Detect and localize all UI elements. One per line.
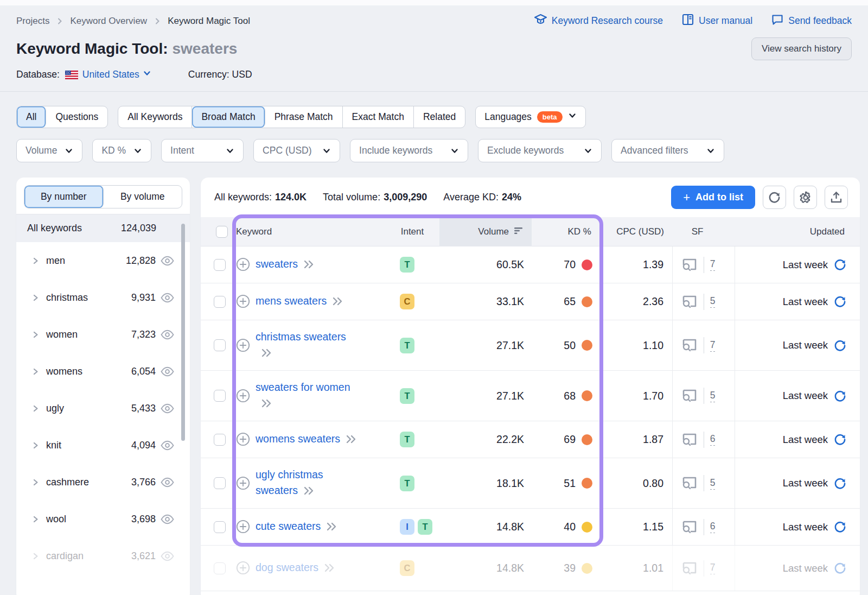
update-metrics-icon[interactable] — [833, 561, 847, 575]
sidebar-tab-by-number[interactable]: By number — [24, 186, 104, 208]
serp-features-icon[interactable] — [681, 433, 698, 447]
open-keyword-icon[interactable] — [323, 561, 336, 577]
chevron-right-icon[interactable] — [31, 404, 40, 413]
user-manual-link[interactable]: User manual — [681, 13, 752, 29]
sf-value[interactable]: 7 — [710, 339, 716, 352]
refresh-icon[interactable] — [833, 561, 847, 575]
export-button[interactable] — [825, 186, 848, 209]
tab-all-keywords[interactable]: All Keywords — [118, 106, 192, 128]
serp-preview-icon[interactable] — [681, 338, 698, 352]
filter-include-keywords[interactable]: Include keywords — [350, 139, 468, 162]
database-selector[interactable]: United States — [82, 69, 151, 80]
filter-advanced-filters[interactable]: Advanced filters — [611, 139, 724, 162]
open-keyword-icon[interactable] — [345, 433, 358, 448]
eye-icon[interactable] — [160, 327, 175, 342]
serp-preview-icon[interactable] — [681, 258, 698, 272]
eye-icon[interactable] — [160, 475, 175, 490]
keyword-group-item[interactable]: men 12,828 — [16, 242, 190, 279]
chevron-right-icon[interactable] — [31, 368, 40, 376]
update-metrics-icon[interactable] — [833, 295, 847, 308]
add-keyword-icon[interactable] — [236, 520, 250, 534]
keyword-research-course-link[interactable]: Keyword Research course — [534, 13, 663, 29]
add-keyword-icon[interactable] — [236, 432, 250, 446]
add-keyword-icon[interactable] — [236, 338, 250, 352]
tab-related[interactable]: Related — [414, 106, 465, 128]
sf-value[interactable]: 5 — [710, 390, 716, 402]
chevron-right-icon[interactable] — [31, 478, 40, 486]
open-keyword-icon[interactable] — [323, 563, 336, 573]
column-cpc[interactable]: CPC (USD) — [602, 226, 673, 237]
serp-features-icon[interactable] — [681, 520, 698, 534]
open-keyword-icon[interactable] — [303, 259, 316, 269]
eye-icon[interactable] — [160, 290, 175, 305]
filter-cpc-usd-[interactable]: CPC (USD) — [253, 139, 340, 162]
eye-icon[interactable] — [160, 254, 175, 268]
eye-icon[interactable] — [160, 401, 175, 416]
breadcrumb-item[interactable]: Projects — [16, 16, 49, 27]
open-keyword-icon[interactable] — [260, 348, 273, 358]
keyword-group-item[interactable]: christmas 9,931 — [16, 279, 190, 316]
serp-preview-icon[interactable] — [681, 520, 698, 534]
refresh-icon[interactable] — [833, 477, 847, 490]
chevron-right-icon[interactable] — [31, 257, 40, 265]
open-keyword-icon[interactable] — [260, 397, 273, 412]
open-keyword-icon[interactable] — [303, 258, 316, 273]
serp-features-icon[interactable] — [681, 258, 698, 272]
eye-icon[interactable] — [160, 290, 175, 305]
keyword-link[interactable]: christmas sweaters — [256, 331, 346, 343]
keyword-group-item[interactable]: wool 3,698 — [16, 501, 190, 537]
eye-icon[interactable] — [160, 512, 175, 527]
chevron-right-icon[interactable] — [31, 515, 40, 523]
update-metrics-icon[interactable] — [833, 258, 847, 271]
eye-icon[interactable] — [160, 401, 175, 416]
column-kd[interactable]: KD % — [532, 226, 602, 237]
column-updated[interactable]: Updated — [735, 226, 860, 237]
languages-dropdown[interactable]: Languages beta — [475, 106, 585, 128]
keyword-group-item[interactable]: knit 4,094 — [16, 427, 190, 464]
tab-questions[interactable]: Questions — [46, 106, 107, 128]
chevron-right-icon[interactable] — [31, 404, 40, 413]
chevron-right-icon[interactable] — [31, 331, 40, 339]
row-checkbox[interactable] — [214, 339, 226, 351]
view-search-history-button[interactable]: View search history — [751, 37, 852, 60]
filter-kd-[interactable]: KD % — [92, 139, 151, 162]
refresh-icon[interactable] — [833, 258, 847, 271]
tab-broad-match[interactable]: Broad Match — [192, 106, 265, 128]
column-intent[interactable]: Intent — [385, 226, 439, 237]
add-keyword-icon[interactable] — [236, 476, 250, 490]
serp-features-icon[interactable] — [681, 338, 698, 352]
open-keyword-icon[interactable] — [331, 295, 344, 310]
sf-value[interactable]: 5 — [710, 295, 716, 308]
update-metrics-icon[interactable] — [833, 520, 847, 534]
column-sf[interactable]: SF — [673, 226, 735, 237]
sf-value[interactable]: 6 — [710, 433, 716, 446]
chevron-right-icon[interactable] — [31, 552, 40, 560]
refresh-icon[interactable] — [833, 339, 847, 352]
row-checkbox[interactable] — [214, 434, 226, 446]
add-keyword-icon[interactable] — [236, 338, 250, 352]
gear-icon[interactable] — [799, 191, 813, 205]
chevron-right-icon[interactable] — [31, 441, 40, 450]
chevron-right-icon[interactable] — [31, 441, 40, 450]
export-icon[interactable] — [829, 191, 843, 204]
open-keyword-icon[interactable] — [303, 484, 316, 499]
keyword-group-item[interactable]: women 7,323 — [16, 316, 190, 353]
add-keyword-icon[interactable] — [236, 561, 250, 575]
sf-value[interactable]: 5 — [710, 477, 716, 490]
serp-features-icon[interactable] — [681, 476, 698, 490]
add-keyword-icon[interactable] — [236, 520, 250, 534]
sf-value[interactable]: 6 — [710, 521, 716, 533]
chevron-right-icon[interactable] — [31, 294, 40, 302]
keyword-link[interactable]: womens sweaters — [256, 433, 340, 445]
open-keyword-icon[interactable] — [260, 346, 273, 362]
open-keyword-icon[interactable] — [345, 434, 358, 444]
eye-icon[interactable] — [160, 549, 175, 564]
eye-icon[interactable] — [160, 438, 175, 453]
serp-preview-icon[interactable] — [681, 389, 698, 403]
row-checkbox[interactable] — [214, 562, 226, 574]
add-keyword-icon[interactable] — [236, 294, 250, 308]
open-keyword-icon[interactable] — [326, 520, 339, 535]
row-checkbox[interactable] — [214, 521, 226, 533]
eye-icon[interactable] — [160, 438, 175, 453]
add-keyword-icon[interactable] — [236, 294, 250, 308]
